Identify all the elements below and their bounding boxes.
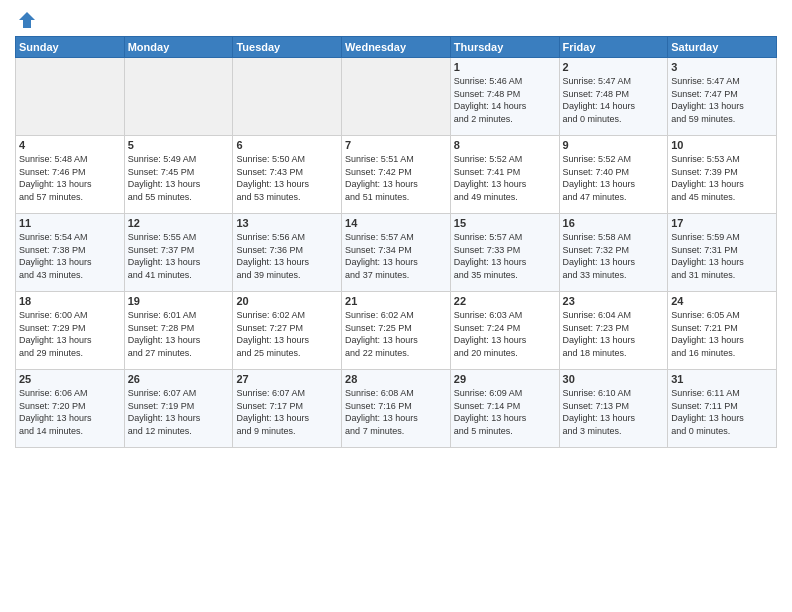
day-number: 3 bbox=[671, 61, 773, 73]
day-info: Sunrise: 6:09 AM Sunset: 7:14 PM Dayligh… bbox=[454, 387, 556, 437]
day-number: 7 bbox=[345, 139, 447, 151]
weekday-header-saturday: Saturday bbox=[668, 37, 777, 58]
day-info: Sunrise: 6:02 AM Sunset: 7:27 PM Dayligh… bbox=[236, 309, 338, 359]
calendar-cell: 5Sunrise: 5:49 AM Sunset: 7:45 PM Daylig… bbox=[124, 136, 233, 214]
day-info: Sunrise: 5:48 AM Sunset: 7:46 PM Dayligh… bbox=[19, 153, 121, 203]
calendar-cell: 29Sunrise: 6:09 AM Sunset: 7:14 PM Dayli… bbox=[450, 370, 559, 448]
calendar-cell: 23Sunrise: 6:04 AM Sunset: 7:23 PM Dayli… bbox=[559, 292, 668, 370]
week-row-1: 1Sunrise: 5:46 AM Sunset: 7:48 PM Daylig… bbox=[16, 58, 777, 136]
calendar-cell: 7Sunrise: 5:51 AM Sunset: 7:42 PM Daylig… bbox=[342, 136, 451, 214]
day-info: Sunrise: 6:03 AM Sunset: 7:24 PM Dayligh… bbox=[454, 309, 556, 359]
calendar-cell: 28Sunrise: 6:08 AM Sunset: 7:16 PM Dayli… bbox=[342, 370, 451, 448]
day-number: 20 bbox=[236, 295, 338, 307]
calendar-cell: 17Sunrise: 5:59 AM Sunset: 7:31 PM Dayli… bbox=[668, 214, 777, 292]
day-number: 30 bbox=[563, 373, 665, 385]
day-number: 27 bbox=[236, 373, 338, 385]
day-number: 25 bbox=[19, 373, 121, 385]
logo-icon bbox=[17, 10, 37, 30]
day-number: 10 bbox=[671, 139, 773, 151]
calendar-cell: 3Sunrise: 5:47 AM Sunset: 7:47 PM Daylig… bbox=[668, 58, 777, 136]
weekday-header-tuesday: Tuesday bbox=[233, 37, 342, 58]
calendar-cell: 4Sunrise: 5:48 AM Sunset: 7:46 PM Daylig… bbox=[16, 136, 125, 214]
day-info: Sunrise: 5:59 AM Sunset: 7:31 PM Dayligh… bbox=[671, 231, 773, 281]
calendar-cell: 30Sunrise: 6:10 AM Sunset: 7:13 PM Dayli… bbox=[559, 370, 668, 448]
header bbox=[15, 10, 777, 30]
day-info: Sunrise: 6:10 AM Sunset: 7:13 PM Dayligh… bbox=[563, 387, 665, 437]
week-row-2: 4Sunrise: 5:48 AM Sunset: 7:46 PM Daylig… bbox=[16, 136, 777, 214]
calendar-cell: 8Sunrise: 5:52 AM Sunset: 7:41 PM Daylig… bbox=[450, 136, 559, 214]
calendar-cell: 25Sunrise: 6:06 AM Sunset: 7:20 PM Dayli… bbox=[16, 370, 125, 448]
day-info: Sunrise: 5:55 AM Sunset: 7:37 PM Dayligh… bbox=[128, 231, 230, 281]
week-row-3: 11Sunrise: 5:54 AM Sunset: 7:38 PM Dayli… bbox=[16, 214, 777, 292]
day-info: Sunrise: 5:47 AM Sunset: 7:48 PM Dayligh… bbox=[563, 75, 665, 125]
calendar-table: SundayMondayTuesdayWednesdayThursdayFrid… bbox=[15, 36, 777, 448]
weekday-header-thursday: Thursday bbox=[450, 37, 559, 58]
day-number: 15 bbox=[454, 217, 556, 229]
calendar-cell: 10Sunrise: 5:53 AM Sunset: 7:39 PM Dayli… bbox=[668, 136, 777, 214]
day-info: Sunrise: 6:00 AM Sunset: 7:29 PM Dayligh… bbox=[19, 309, 121, 359]
day-number: 31 bbox=[671, 373, 773, 385]
day-info: Sunrise: 5:50 AM Sunset: 7:43 PM Dayligh… bbox=[236, 153, 338, 203]
day-number: 5 bbox=[128, 139, 230, 151]
day-info: Sunrise: 5:49 AM Sunset: 7:45 PM Dayligh… bbox=[128, 153, 230, 203]
day-info: Sunrise: 6:04 AM Sunset: 7:23 PM Dayligh… bbox=[563, 309, 665, 359]
calendar-cell: 20Sunrise: 6:02 AM Sunset: 7:27 PM Dayli… bbox=[233, 292, 342, 370]
weekday-header-friday: Friday bbox=[559, 37, 668, 58]
calendar-cell: 14Sunrise: 5:57 AM Sunset: 7:34 PM Dayli… bbox=[342, 214, 451, 292]
week-row-4: 18Sunrise: 6:00 AM Sunset: 7:29 PM Dayli… bbox=[16, 292, 777, 370]
svg-marker-0 bbox=[19, 12, 35, 28]
calendar-cell: 12Sunrise: 5:55 AM Sunset: 7:37 PM Dayli… bbox=[124, 214, 233, 292]
day-number: 16 bbox=[563, 217, 665, 229]
day-number: 6 bbox=[236, 139, 338, 151]
calendar-cell bbox=[124, 58, 233, 136]
calendar-cell: 6Sunrise: 5:50 AM Sunset: 7:43 PM Daylig… bbox=[233, 136, 342, 214]
day-number: 22 bbox=[454, 295, 556, 307]
calendar-cell: 2Sunrise: 5:47 AM Sunset: 7:48 PM Daylig… bbox=[559, 58, 668, 136]
day-info: Sunrise: 5:56 AM Sunset: 7:36 PM Dayligh… bbox=[236, 231, 338, 281]
calendar-cell bbox=[16, 58, 125, 136]
day-info: Sunrise: 5:57 AM Sunset: 7:34 PM Dayligh… bbox=[345, 231, 447, 281]
day-number: 2 bbox=[563, 61, 665, 73]
day-info: Sunrise: 5:52 AM Sunset: 7:40 PM Dayligh… bbox=[563, 153, 665, 203]
calendar-container: SundayMondayTuesdayWednesdayThursdayFrid… bbox=[0, 0, 792, 458]
calendar-cell: 31Sunrise: 6:11 AM Sunset: 7:11 PM Dayli… bbox=[668, 370, 777, 448]
logo bbox=[15, 10, 37, 30]
calendar-cell: 16Sunrise: 5:58 AM Sunset: 7:32 PM Dayli… bbox=[559, 214, 668, 292]
calendar-cell: 1Sunrise: 5:46 AM Sunset: 7:48 PM Daylig… bbox=[450, 58, 559, 136]
day-info: Sunrise: 5:58 AM Sunset: 7:32 PM Dayligh… bbox=[563, 231, 665, 281]
day-info: Sunrise: 5:57 AM Sunset: 7:33 PM Dayligh… bbox=[454, 231, 556, 281]
calendar-cell: 22Sunrise: 6:03 AM Sunset: 7:24 PM Dayli… bbox=[450, 292, 559, 370]
day-number: 23 bbox=[563, 295, 665, 307]
day-info: Sunrise: 6:07 AM Sunset: 7:17 PM Dayligh… bbox=[236, 387, 338, 437]
day-info: Sunrise: 6:01 AM Sunset: 7:28 PM Dayligh… bbox=[128, 309, 230, 359]
calendar-cell: 18Sunrise: 6:00 AM Sunset: 7:29 PM Dayli… bbox=[16, 292, 125, 370]
calendar-cell: 9Sunrise: 5:52 AM Sunset: 7:40 PM Daylig… bbox=[559, 136, 668, 214]
day-number: 29 bbox=[454, 373, 556, 385]
day-info: Sunrise: 5:53 AM Sunset: 7:39 PM Dayligh… bbox=[671, 153, 773, 203]
day-number: 13 bbox=[236, 217, 338, 229]
day-number: 1 bbox=[454, 61, 556, 73]
calendar-cell: 13Sunrise: 5:56 AM Sunset: 7:36 PM Dayli… bbox=[233, 214, 342, 292]
day-number: 19 bbox=[128, 295, 230, 307]
calendar-cell bbox=[342, 58, 451, 136]
day-number: 28 bbox=[345, 373, 447, 385]
day-info: Sunrise: 6:06 AM Sunset: 7:20 PM Dayligh… bbox=[19, 387, 121, 437]
calendar-cell bbox=[233, 58, 342, 136]
calendar-cell: 19Sunrise: 6:01 AM Sunset: 7:28 PM Dayli… bbox=[124, 292, 233, 370]
day-number: 26 bbox=[128, 373, 230, 385]
day-info: Sunrise: 5:54 AM Sunset: 7:38 PM Dayligh… bbox=[19, 231, 121, 281]
day-number: 14 bbox=[345, 217, 447, 229]
calendar-cell: 27Sunrise: 6:07 AM Sunset: 7:17 PM Dayli… bbox=[233, 370, 342, 448]
day-info: Sunrise: 5:47 AM Sunset: 7:47 PM Dayligh… bbox=[671, 75, 773, 125]
day-info: Sunrise: 6:07 AM Sunset: 7:19 PM Dayligh… bbox=[128, 387, 230, 437]
day-number: 24 bbox=[671, 295, 773, 307]
calendar-cell: 26Sunrise: 6:07 AM Sunset: 7:19 PM Dayli… bbox=[124, 370, 233, 448]
day-number: 9 bbox=[563, 139, 665, 151]
calendar-cell: 24Sunrise: 6:05 AM Sunset: 7:21 PM Dayli… bbox=[668, 292, 777, 370]
day-number: 21 bbox=[345, 295, 447, 307]
day-info: Sunrise: 5:46 AM Sunset: 7:48 PM Dayligh… bbox=[454, 75, 556, 125]
day-number: 12 bbox=[128, 217, 230, 229]
weekday-header-monday: Monday bbox=[124, 37, 233, 58]
day-info: Sunrise: 6:05 AM Sunset: 7:21 PM Dayligh… bbox=[671, 309, 773, 359]
day-number: 17 bbox=[671, 217, 773, 229]
